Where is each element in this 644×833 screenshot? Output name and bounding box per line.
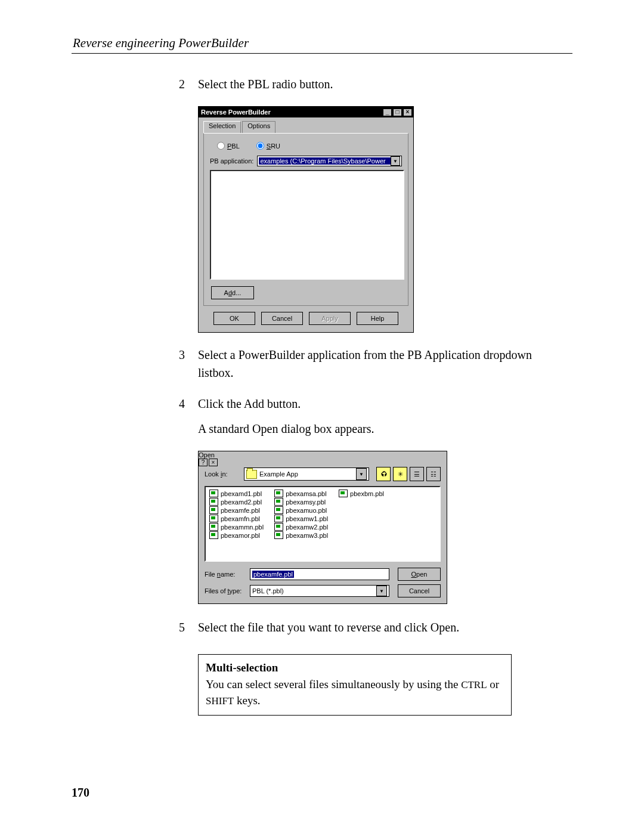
file-name: pbexbm.pbl <box>350 490 384 497</box>
cancel-button[interactable]: Cancel <box>261 312 303 325</box>
look-in-value: Example App <box>259 470 354 478</box>
new-folder-icon[interactable]: ✳ <box>393 467 407 481</box>
file-icon <box>274 515 283 522</box>
list-item[interactable]: pbexbm.pbl <box>339 490 384 497</box>
title-bar: Reverse PowerBuilder _ □ × <box>199 107 413 117</box>
step-2: 2 Select the PBL radio button. <box>175 75 555 100</box>
maximize-icon[interactable]: □ <box>393 109 402 116</box>
file-list-pane[interactable]: pbexamd1.pblpbexamd2.pblpbexamfe.pblpbex… <box>205 486 441 562</box>
list-item[interactable]: pbexamor.pbl <box>209 531 264 539</box>
list-item[interactable]: pbexamsa.pbl <box>274 490 328 497</box>
radio-pbl[interactable]: PBL <box>217 142 240 150</box>
step-number: 3 <box>175 346 185 389</box>
step-4: 4 Click the Add button. A standard Open … <box>175 395 555 445</box>
help-button[interactable]: Help <box>357 312 398 325</box>
file-name: pbexamsy.pbl <box>286 498 326 506</box>
file-name: pbexamw1.pbl <box>286 515 328 522</box>
minimize-icon[interactable]: _ <box>383 109 392 116</box>
step-text: Click the Add button. A standard Open di… <box>198 395 555 445</box>
chevron-down-icon[interactable]: ▼ <box>391 156 400 166</box>
folder-icon <box>246 470 257 479</box>
tab-selection[interactable]: Selection <box>203 121 241 133</box>
list-item[interactable]: pbexamd1.pbl <box>209 490 264 497</box>
open-dialog: Open ? × Look in: Example App ▼ ⮉ ✳ <box>198 451 447 604</box>
file-name: pbexamd1.pbl <box>221 490 262 497</box>
list-item[interactable]: pbexamfn.pbl <box>209 515 264 522</box>
list-item[interactable]: pbexamw3.pbl <box>274 531 328 539</box>
running-header: Reverse engineering PowerBuilder <box>72 36 572 51</box>
files-of-type-combo[interactable]: PBL (*.pbl) ▼ <box>250 585 389 597</box>
step-number: 4 <box>175 395 185 445</box>
file-listbox[interactable] <box>210 170 404 280</box>
step-number: 5 <box>175 618 185 643</box>
step-text: Select a PowerBuilder application from t… <box>198 346 555 389</box>
radio-sru-input[interactable] <box>256 142 264 150</box>
file-icon <box>209 515 218 522</box>
file-name-value: pbexamfe.pbl <box>252 571 294 578</box>
step-text: Select the PBL radio button. <box>198 75 555 100</box>
chevron-down-icon[interactable]: ▼ <box>356 468 367 480</box>
details-view-icon[interactable]: ☷ <box>426 467 441 481</box>
dialog-title: Open <box>199 451 215 459</box>
note-body: You can select several files simultaneou… <box>206 676 504 709</box>
file-icon <box>274 531 283 539</box>
file-icon <box>274 523 283 531</box>
list-item[interactable]: pbexamuo.pbl <box>274 506 328 514</box>
radio-sru[interactable]: SRU <box>256 142 280 150</box>
file-name: pbexamd2.pbl <box>221 498 262 506</box>
file-icon <box>274 490 283 497</box>
ok-button[interactable]: OK <box>213 312 255 325</box>
pb-application-label: PB application: <box>210 157 253 165</box>
file-icon <box>209 506 218 514</box>
add-button[interactable]: Add... <box>211 286 254 299</box>
file-name: pbexamfe.pbl <box>221 507 260 514</box>
file-name: pbexamw3.pbl <box>286 532 328 539</box>
close-icon[interactable]: × <box>403 109 412 116</box>
tab-strip: Selection Options <box>203 121 408 133</box>
list-item[interactable]: pbexamfe.pbl <box>209 506 264 514</box>
list-item[interactable]: pbexamsy.pbl <box>274 498 328 506</box>
list-item[interactable]: pbexamd2.pbl <box>209 498 264 506</box>
file-icon <box>209 490 218 497</box>
reverse-powerbuilder-dialog: Reverse PowerBuilder _ □ × Selection Opt… <box>198 106 414 333</box>
help-icon[interactable]: ? <box>199 459 208 466</box>
file-icon <box>209 531 218 539</box>
dialog-footer: OK Cancel Apply Help <box>203 306 408 326</box>
file-name: pbexamor.pbl <box>221 532 260 539</box>
title-bar: Open ? × <box>199 451 447 462</box>
file-icon <box>209 523 218 531</box>
note-title: Multi-selection <box>206 659 504 676</box>
close-icon[interactable]: × <box>209 459 218 466</box>
look-in-label: Look in: <box>205 470 240 478</box>
step-text: Select the file that you want to reverse… <box>198 618 555 643</box>
header-rule <box>72 53 572 54</box>
pb-application-combo[interactable]: examples (C:\Program Files\Sybase\Power … <box>257 156 402 166</box>
file-name-label: File name: <box>205 571 246 578</box>
chevron-down-icon[interactable]: ▼ <box>376 586 387 596</box>
file-name-input[interactable]: pbexamfe.pbl <box>250 568 389 580</box>
list-view-icon[interactable]: ☰ <box>410 467 424 481</box>
file-name: pbexamuo.pbl <box>286 507 327 514</box>
file-name: pbexammn.pbl <box>221 524 264 531</box>
tab-panel-selection: PBL SRU PB application: examples (C:\Pro… <box>203 133 408 306</box>
list-item[interactable]: pbexammn.pbl <box>209 523 264 531</box>
radio-pbl-input[interactable] <box>217 142 225 150</box>
cancel-button[interactable]: Cancel <box>398 584 441 597</box>
apply-button: Apply <box>309 312 351 325</box>
tab-options[interactable]: Options <box>242 121 275 133</box>
up-one-level-icon[interactable]: ⮉ <box>376 467 391 481</box>
file-name: pbexamfn.pbl <box>221 515 260 522</box>
list-item[interactable]: pbexamw1.pbl <box>274 515 328 522</box>
files-of-type-label: Files of type: <box>205 587 246 594</box>
file-icon <box>274 498 283 506</box>
file-icon <box>209 498 218 506</box>
dialog-title: Reverse PowerBuilder <box>201 109 271 116</box>
file-name: pbexamsa.pbl <box>286 490 327 497</box>
files-of-type-value: PBL (*.pbl) <box>252 587 376 594</box>
open-button[interactable]: Open <box>398 568 441 581</box>
file-icon <box>339 490 348 497</box>
list-item[interactable]: pbexamw2.pbl <box>274 523 328 531</box>
look-in-combo[interactable]: Example App ▼ <box>244 467 369 481</box>
file-icon <box>274 506 283 514</box>
step-3: 3 Select a PowerBuilder application from… <box>175 346 555 389</box>
